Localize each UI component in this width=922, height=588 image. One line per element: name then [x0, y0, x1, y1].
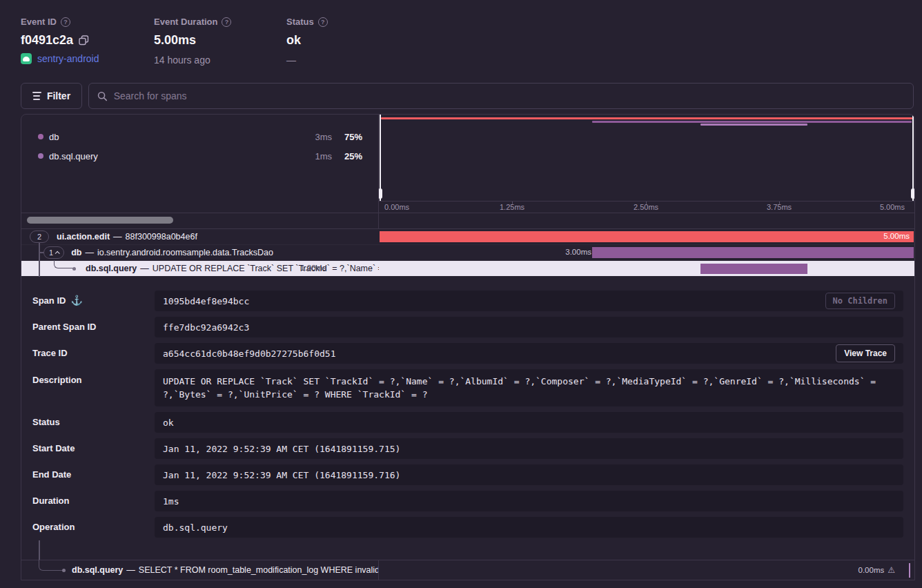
detail-value-status: ok — [155, 412, 903, 433]
detail-value-operation: db.sql.query — [155, 517, 903, 538]
legend-item-db[interactable]: db 3ms 75% — [21, 127, 379, 146]
minimap-left-handle[interactable] — [380, 115, 381, 201]
span-description: io.sentry.android.roomsample.data.Tracks… — [97, 248, 273, 257]
minimap-bar-db — [592, 121, 912, 123]
status-value: ok — [286, 33, 301, 48]
op-color-dot — [38, 134, 43, 139]
span-bar-purple[interactable] — [700, 264, 807, 274]
view-trace-button[interactable]: View Trace — [836, 344, 895, 362]
event-id-label-row: Event ID ? — [21, 17, 99, 27]
detail-label-duration: Duration — [32, 496, 69, 506]
status-block: Status ? ok — — [286, 17, 328, 66]
event-id-value: f0491c2a — [21, 33, 73, 48]
span-duration: 5.00ms — [883, 232, 910, 240]
detail-label-start-date: Start Date — [32, 443, 75, 453]
event-id-block: Event ID ? f0491c2a sentry-android — [21, 17, 99, 64]
status-sub: — — [286, 55, 328, 66]
span-description: UPDATE OR REPLACE `Track` SET `TrackId` … — [153, 264, 379, 273]
copy-icon[interactable] — [79, 35, 89, 46]
span-row-db-sql-query-select[interactable]: db.sql.query — SELECT * FROM room_table_… — [21, 560, 914, 580]
op-duration: 1ms — [296, 151, 332, 161]
anchor-icon[interactable]: ⚓ — [70, 295, 82, 306]
detail-label-end-date: End Date — [32, 469, 71, 480]
children-count-badge[interactable]: 1 — [43, 246, 64, 259]
detail-label-trace-id: Trace ID — [32, 348, 68, 358]
legend-item-db-sql-query[interactable]: db.sql.query 1ms 25% — [21, 146, 379, 166]
span-duration: 3.00ms — [565, 248, 591, 256]
event-duration-block: Event Duration ? 5.00ms 14 hours ago — [154, 17, 231, 66]
zero-duration-span-bar[interactable] — [909, 563, 910, 578]
detail-value-duration: 1ms — [155, 491, 903, 511]
op-name: db.sql.query — [49, 151, 296, 161]
span-row-ui-action-edit[interactable]: 2 ui.action.edit — 88f300998a0b4e6f 5.00… — [21, 228, 914, 244]
detail-value-end-date: Jan 11, 2022 9:52:39 AM CET (1641891159.… — [155, 464, 903, 485]
horizontal-scrollbar[interactable] — [27, 217, 173, 224]
axis-tick: 3.75ms — [767, 203, 792, 211]
detail-value-parent-span-id: ffe7dbc92a6942c3 — [155, 317, 903, 337]
detail-label-status: Status — [32, 417, 60, 427]
span-row-db[interactable]: 1 db — io.sentry.android.roomsample.data… — [21, 244, 914, 260]
chevron-up-icon — [55, 251, 60, 255]
children-count-badge[interactable]: 2 — [30, 231, 49, 243]
minimap-right-handle[interactable] — [912, 115, 914, 201]
filter-button[interactable]: Filter — [21, 83, 82, 109]
detail-label-description: Description — [32, 375, 82, 385]
time-axis: 0.00ms 1.25ms 2.50ms 3.75ms 5.00ms — [379, 201, 914, 213]
detail-value-start-date: Jan 11, 2022 9:52:39 AM CET (1641891159.… — [155, 438, 903, 459]
span-operation: db.sql.query — [86, 264, 137, 273]
detail-value-description: UPDATE OR REPLACE `Track` SET `TrackId` … — [155, 369, 903, 406]
axis-tick: 1.25ms — [500, 203, 524, 211]
span-row-db-sql-query-selected[interactable]: db.sql.query — UPDATE OR REPLACE `Track`… — [21, 260, 914, 276]
trace-minimap[interactable] — [379, 115, 914, 201]
span-description: SELECT * FROM room_table_modification_lo… — [139, 565, 379, 575]
search-input[interactable] — [114, 90, 905, 101]
android-project-icon — [21, 53, 32, 64]
filter-button-label: Filter — [47, 90, 70, 101]
span-operation: db.sql.query — [72, 565, 123, 575]
span-search[interactable] — [88, 83, 914, 109]
op-duration: 3ms — [296, 132, 332, 142]
axis-tick: 2.50ms — [634, 203, 658, 211]
detail-value-trace-id: a654cc61dc0b48ef9d0b27275b6f0d51 View Tr… — [155, 343, 903, 364]
project-link[interactable]: sentry-android — [37, 53, 99, 64]
span-bar-purple[interactable] — [592, 247, 914, 258]
help-icon[interactable]: ? — [318, 17, 328, 27]
span-duration: 0.00ms — [859, 566, 885, 574]
minimap-bar-ui-action-edit — [381, 117, 912, 119]
axis-tick: 0.00ms — [384, 203, 409, 211]
detail-label-span-id: Span ID ⚓ — [32, 295, 83, 306]
span-operation: ui.action.edit — [57, 232, 110, 242]
op-percent: 75% — [332, 132, 362, 142]
event-id-label: Event ID — [21, 17, 57, 27]
event-duration-value: 5.00ms — [154, 33, 196, 48]
op-name: db — [49, 132, 296, 142]
sentry-span-detail-page: { "header": { "event_id": { "label": "Ev… — [0, 0, 922, 588]
search-icon — [97, 91, 108, 101]
op-percent: 25% — [332, 151, 362, 161]
detail-value-span-id: 1095bd4ef8e94bcc No Children — [155, 291, 903, 311]
no-children-badge: No Children — [825, 293, 895, 309]
status-label: Status — [286, 17, 314, 27]
span-duration: 1.00ms — [300, 264, 326, 272]
help-icon[interactable]: ? — [61, 17, 70, 27]
filter-icon — [32, 92, 41, 100]
event-age: 14 hours ago — [154, 55, 231, 66]
span-operation: db — [71, 248, 81, 257]
axis-tick: 5.00ms — [880, 203, 905, 211]
detail-label-parent-span-id: Parent Span ID — [32, 322, 96, 332]
span-bar-red[interactable] — [380, 231, 914, 242]
help-icon[interactable]: ? — [222, 17, 231, 27]
span-description: 88f300998a0b4e6f — [126, 232, 197, 242]
warning-icon: ⚠ — [887, 565, 895, 575]
op-color-dot — [38, 153, 43, 159]
detail-label-operation: Operation — [32, 522, 75, 532]
minimap-bar-db-sql-query — [700, 124, 807, 126]
trace-view: db 3ms 75% db.sql.query 1ms 25% 0.00ms 1… — [21, 114, 915, 580]
event-duration-label: Event Duration — [154, 17, 217, 27]
